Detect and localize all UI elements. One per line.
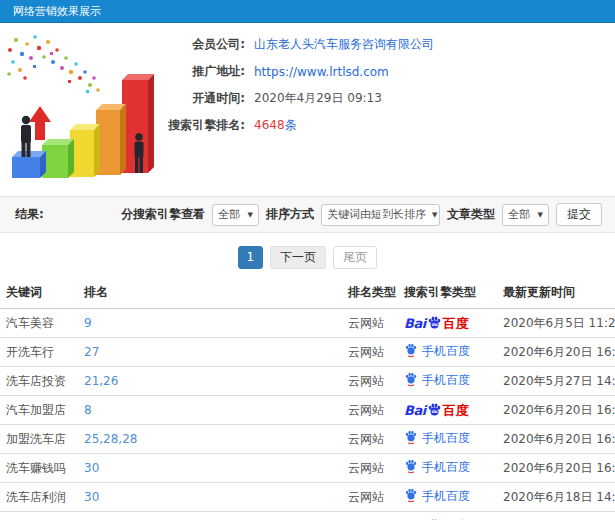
bar-orange: [96, 104, 126, 175]
update-time-cell: 2020年5月27日 14:58: [497, 367, 615, 396]
page-button-current[interactable]: 1: [238, 246, 263, 269]
rank-type-cell: 云网站: [342, 483, 398, 512]
engine-cell: Bai du 百度: [398, 338, 497, 367]
update-time-cell: 2020年6月20日 16:11: [497, 425, 615, 454]
filter-controls: 分搜索引擎查看 全部 ▼ 排序方式 关键词由短到长排序 ▼ 文章类型 全部 ▼ …: [121, 197, 602, 232]
svg-text:du: du: [431, 322, 437, 327]
submit-button[interactable]: 提交: [556, 203, 602, 226]
rank-count-label: 搜索引擎排名:: [140, 117, 245, 134]
info-row-opened: 开通时间: 2020年4月29日 09:13: [140, 85, 610, 112]
rank-cell[interactable]: 21,26: [78, 367, 342, 396]
chevron-down-icon: ▼: [248, 211, 253, 219]
rank-count-value: 4648条: [254, 117, 297, 134]
rank-cell[interactable]: 27: [78, 338, 342, 367]
table-row: 开洗车行 27 云网站 Bai du 百度: [0, 338, 615, 367]
filter-bar: 结果: 分搜索引擎查看 全部 ▼ 排序方式 关键词由短到长排序 ▼ 文章类型 全…: [0, 196, 615, 233]
keyword-cell: 加盟洗车店: [0, 425, 78, 454]
sort-selected: 关键词由短到长排序: [327, 207, 426, 222]
open-time-value: 2020年4月29日 09:13: [254, 90, 382, 107]
table-row: 汽车美容 9 云网站 Bai du 百度: [0, 309, 615, 338]
mobile-baidu-logo: 手机百度: [404, 430, 470, 445]
rank-type-cell: 云网站: [342, 425, 398, 454]
promo-url-link[interactable]: https://www.lrtlsd.com: [254, 65, 389, 79]
sort-label: 排序方式: [266, 206, 314, 223]
next-page-button[interactable]: 下一页: [270, 246, 326, 269]
page-title: 网络营销效果展示: [0, 1, 101, 23]
baidu-paw-icon: [404, 372, 418, 387]
rank-cell[interactable]: 30: [78, 454, 342, 483]
app-header: 网络营销效果展示: [0, 0, 615, 23]
rank-type-cell: 云网站: [342, 454, 398, 483]
table-row: 洗车赚钱吗 30 云网站 Bai du 百度: [0, 454, 615, 483]
info-row-url: 推广地址: https://www.lrtlsd.com: [140, 58, 610, 85]
chevron-down-icon: ▼: [432, 211, 437, 219]
bar-yellow: [70, 124, 100, 177]
update-time-cell: 2020年6月5日 11:24: [497, 309, 615, 338]
engine-cell: Bai du 百度: [398, 367, 497, 396]
baidu-logo: Bai du 百度: [404, 402, 469, 419]
company-info: 会员公司: 山东老人头汽车服务咨询有限公司 推广地址: https://www.…: [140, 31, 610, 139]
company-label: 会员公司:: [140, 36, 245, 53]
rank-type-cell: 云网站: [342, 338, 398, 367]
company-link[interactable]: 山东老人头汽车服务咨询有限公司: [254, 36, 434, 53]
col-keyword: 关键词: [0, 282, 78, 309]
engine-view-label: 分搜索引擎查看: [121, 206, 205, 223]
update-time-cell: 2020年6月18日 14:30: [497, 512, 615, 520]
rank-count-number: 4648: [254, 118, 285, 132]
article-type-select[interactable]: 全部 ▼: [502, 204, 549, 226]
rank-type-cell: 云网站: [342, 396, 398, 425]
rank-type-cell: 云网站: [342, 309, 398, 338]
engine-view-select[interactable]: 全部 ▼: [212, 204, 259, 226]
rank-type-cell: 云网站: [342, 367, 398, 396]
open-time-label: 开通时间:: [140, 90, 245, 107]
keyword-cell: 开洗车行: [0, 338, 78, 367]
up-arrow-icon: [29, 106, 51, 140]
table-row: 加盟洗车店 25,28,28 云网站 Bai du 百度: [0, 425, 615, 454]
last-page-button[interactable]: 尾页: [333, 246, 377, 269]
mobile-baidu-logo: 手机百度: [404, 343, 470, 358]
article-type-label: 文章类型: [447, 206, 495, 223]
table-row: 洗车店加盟 3 云网站 Bai du 百度: [0, 512, 615, 520]
baidu-paw-icon: [404, 430, 418, 445]
article-type-selected: 全部: [508, 207, 530, 222]
rank-cell[interactable]: 25,28,28: [78, 425, 342, 454]
table-row: 洗车店投资 21,26 云网站 Bai du 百度: [0, 367, 615, 396]
pagination: 1 下一页 尾页: [0, 246, 615, 269]
rank-table-body: 汽车美容 9 云网站 Bai du 百度: [0, 309, 615, 520]
baidu-paw-icon: [404, 488, 418, 503]
col-rank-type: 排名类型: [342, 282, 398, 309]
mobile-baidu-logo: 手机百度: [404, 372, 470, 387]
rank-cell[interactable]: 8: [78, 396, 342, 425]
rank-cell[interactable]: 9: [78, 309, 342, 338]
baidu-paw-icon: du: [427, 402, 442, 417]
engine-cell: Bai du 百度: [398, 512, 497, 520]
sort-select[interactable]: 关键词由短到长排序 ▼: [321, 204, 440, 226]
col-update-time: 最新更新时间: [497, 282, 615, 309]
info-row-company: 会员公司: 山东老人头汽车服务咨询有限公司: [140, 31, 610, 58]
rank-cell[interactable]: 3: [78, 512, 342, 520]
chevron-down-icon: ▼: [538, 211, 543, 219]
confetti-dots: [7, 35, 100, 93]
rank-table: 关键词 排名 排名类型 搜索引擎类型 最新更新时间 汽车美容 9 云网站 Bai…: [0, 282, 615, 520]
update-time-cell: 2020年6月20日 16:16: [497, 338, 615, 367]
table-row: 洗车店利润 30 云网站 Bai du 百度: [0, 483, 615, 512]
table-row: 汽车加盟店 8 云网站 Bai du 百度: [0, 396, 615, 425]
rank-cell[interactable]: 30: [78, 483, 342, 512]
promo-url-label: 推广地址:: [140, 63, 245, 80]
mobile-baidu-logo: 手机百度: [404, 488, 470, 503]
baidu-logo: Bai du 百度: [404, 315, 469, 332]
engine-view-selected: 全部: [218, 207, 240, 222]
baidu-paw-icon: du: [427, 315, 442, 330]
mobile-baidu-logo: 手机百度: [404, 459, 470, 474]
page: 网络营销效果展示: [0, 0, 615, 520]
engine-cell: Bai du 百度: [398, 483, 497, 512]
rank-count-suffix: 条: [285, 118, 297, 132]
info-row-rank-count: 搜索引擎排名: 4648条: [140, 112, 610, 139]
engine-cell: Bai du 百度: [398, 454, 497, 483]
rank-type-cell: 云网站: [342, 512, 398, 520]
keyword-cell: 洗车店加盟: [0, 512, 78, 520]
result-label: 结果:: [15, 197, 44, 232]
engine-cell: Bai du 百度: [398, 396, 497, 425]
svg-text:du: du: [431, 409, 437, 414]
table-header-row: 关键词 排名 排名类型 搜索引擎类型 最新更新时间: [0, 282, 615, 309]
